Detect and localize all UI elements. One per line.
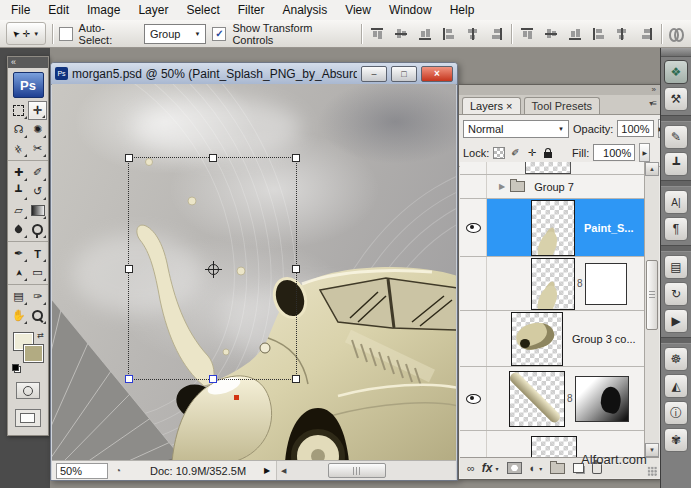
- layer-row-splash-masked[interactable]: 8: [460, 257, 644, 311]
- type-tool[interactable]: T: [28, 244, 47, 263]
- expand-triangle-icon[interactable]: ▶: [499, 182, 505, 191]
- paragraph-button[interactable]: ¶: [664, 217, 688, 241]
- layers-scrollbar-thumb[interactable]: [646, 260, 658, 330]
- auto-select-group-dropdown[interactable]: Group ▼: [144, 24, 207, 44]
- lasso-tool[interactable]: ☊: [9, 120, 28, 139]
- show-transform-controls-checkbox[interactable]: ✓: [212, 27, 226, 41]
- layer-thumbnail[interactable]: [531, 258, 575, 310]
- opacity-field[interactable]: 100%: [617, 120, 653, 137]
- distribute-top-edges-icon[interactable]: [519, 27, 535, 40]
- shape-tool[interactable]: ▭: [28, 263, 47, 282]
- rectangular-marquee-tool[interactable]: [9, 101, 28, 120]
- tool-presets-button[interactable]: ⚒: [664, 87, 688, 111]
- panel-collapse-bar[interactable]: »: [459, 85, 660, 95]
- canvas[interactable]: [52, 84, 456, 461]
- transform-handle-top-center[interactable]: [209, 154, 217, 162]
- eye-icon[interactable]: [466, 394, 481, 404]
- default-colors-icon[interactable]: [12, 364, 21, 373]
- character-button[interactable]: A|: [664, 190, 688, 214]
- layer-row-paint-splash[interactable]: Paint_S...: [460, 199, 644, 257]
- layers-panel-button[interactable]: ❖: [664, 60, 688, 84]
- layer-name[interactable]: Paint_S...: [584, 222, 634, 234]
- layer-thumbnail[interactable]: [531, 200, 575, 256]
- transform-handle-bottom-center[interactable]: [209, 375, 217, 383]
- maximize-button[interactable]: □: [391, 66, 417, 82]
- dodge-tool[interactable]: [28, 220, 47, 239]
- align-top-edges-icon[interactable]: [369, 27, 385, 40]
- swap-colors-icon[interactable]: ⇄: [37, 331, 44, 340]
- scroll-down-icon[interactable]: ▼: [645, 443, 659, 457]
- blur-tool[interactable]: [9, 220, 28, 239]
- horizontal-scrollbar-thumb[interactable]: [328, 463, 386, 478]
- align-horizontal-centers-icon[interactable]: [465, 27, 481, 40]
- horizontal-scrollbar[interactable]: ◀: [276, 461, 456, 480]
- screen-mode-button[interactable]: [15, 409, 41, 427]
- auto-align-layers-icon[interactable]: [668, 27, 685, 41]
- menu-filter[interactable]: Filter: [229, 1, 274, 19]
- zoom-tool[interactable]: [28, 306, 47, 325]
- actions-button[interactable]: ▶: [664, 309, 688, 333]
- align-vertical-centers-icon[interactable]: [393, 27, 409, 40]
- tab-tool-presets[interactable]: Tool Presets: [524, 97, 601, 114]
- layer-thumbnail[interactable]: [531, 436, 577, 457]
- transform-reference-point[interactable]: [208, 264, 219, 275]
- layer-row-group-3-copy[interactable]: Group 3 co...: [460, 311, 644, 367]
- transform-handle-bottom-left[interactable]: [125, 375, 133, 383]
- layer-thumbnail[interactable]: [525, 162, 571, 174]
- adjustment-layer-icon[interactable]: ◐: [530, 462, 537, 474]
- eye-icon[interactable]: [466, 223, 481, 233]
- transform-handle-bottom-right[interactable]: [292, 375, 300, 383]
- visibility-well[interactable]: [460, 431, 487, 457]
- layer-row-group-7[interactable]: ▶ Group 7: [460, 175, 644, 199]
- lock-pixels-icon[interactable]: ✐: [511, 147, 519, 158]
- menu-analysis[interactable]: Analysis: [273, 1, 336, 19]
- brushes-button[interactable]: ✎: [664, 125, 688, 149]
- clone-source-button[interactable]: ┻: [664, 152, 688, 176]
- link-layers-icon[interactable]: ∞: [467, 462, 474, 474]
- fill-field[interactable]: 100%: [593, 144, 635, 161]
- quick-mask-button[interactable]: [16, 382, 40, 399]
- layer-thumbnail[interactable]: [509, 371, 565, 427]
- color-button[interactable]: ✾: [664, 428, 688, 452]
- clone-stamp-tool[interactable]: ┻: [9, 182, 28, 201]
- hand-tool[interactable]: ✋: [9, 306, 28, 325]
- layer-comps-button[interactable]: ▤: [664, 255, 688, 279]
- menu-layer[interactable]: Layer: [129, 1, 177, 19]
- scroll-left-icon[interactable]: ◀: [277, 467, 290, 475]
- navigator-button[interactable]: ☸: [664, 347, 688, 371]
- visibility-well[interactable]: [460, 311, 487, 366]
- menu-select[interactable]: Select: [177, 1, 228, 19]
- notes-tool[interactable]: ▤: [9, 287, 28, 306]
- dock-grip[interactable]: [661, 48, 691, 57]
- history-brush-tool[interactable]: ↺: [28, 182, 47, 201]
- transform-handle-top-left[interactable]: [125, 154, 133, 162]
- visibility-well[interactable]: [460, 175, 487, 198]
- brush-tool[interactable]: ✐: [28, 163, 47, 182]
- menu-image[interactable]: Image: [78, 1, 129, 19]
- transform-handle-middle-left[interactable]: [125, 265, 133, 273]
- histogram-button[interactable]: ◭: [664, 374, 688, 398]
- new-group-icon[interactable]: [550, 463, 565, 474]
- status-popup-arrow[interactable]: ▶: [264, 466, 270, 475]
- align-left-edges-icon[interactable]: [441, 27, 457, 40]
- tab-close-icon[interactable]: ×: [506, 100, 512, 112]
- panel-resize-grip[interactable]: [647, 466, 657, 476]
- close-button[interactable]: ×: [421, 66, 453, 82]
- toolbox-collapse-bar[interactable]: «: [8, 57, 48, 68]
- align-right-edges-icon[interactable]: [488, 27, 504, 40]
- add-layer-mask-icon[interactable]: [507, 462, 522, 474]
- background-color-swatch[interactable]: [23, 344, 44, 363]
- visibility-well[interactable]: [460, 162, 487, 174]
- path-selection-tool[interactable]: ➤: [9, 263, 28, 282]
- lock-position-icon[interactable]: ✛: [528, 147, 536, 158]
- blend-mode-dropdown[interactable]: Normal ▼: [463, 120, 569, 138]
- slice-tool[interactable]: ✂: [28, 139, 47, 158]
- document-title-bar[interactable]: Ps morgan5.psd @ 50% (Paint_Splash_PNG_b…: [51, 63, 457, 85]
- magic-wand-tool[interactable]: ✺: [28, 120, 47, 139]
- layer-mask-thumbnail[interactable]: [585, 263, 627, 305]
- layer-mask-thumbnail[interactable]: [575, 376, 629, 422]
- layer-row-partial-top[interactable]: [460, 162, 644, 175]
- photoshop-logo[interactable]: Ps: [13, 72, 44, 98]
- info-button[interactable]: ⓘ: [664, 401, 688, 425]
- mask-link-icon[interactable]: 8: [567, 393, 573, 404]
